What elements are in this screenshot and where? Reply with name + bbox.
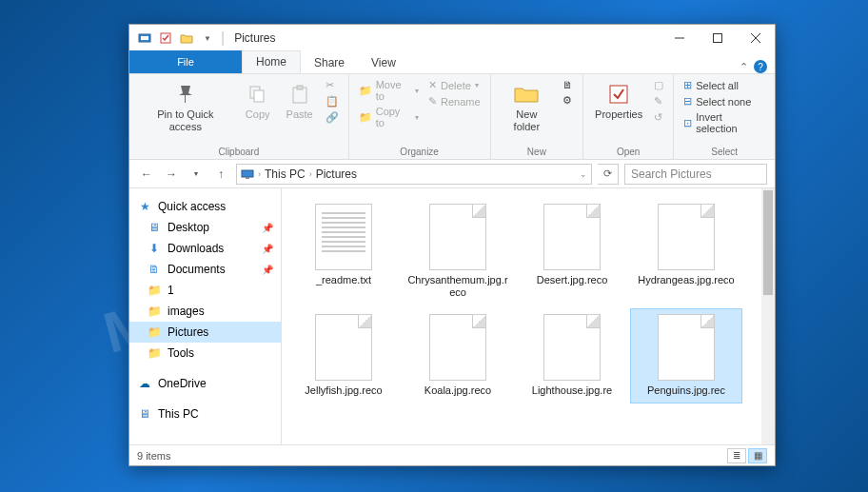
help-icon[interactable]: ?: [754, 60, 767, 73]
recent-button[interactable]: ▾: [187, 165, 206, 184]
select-none-button[interactable]: ⊟Select none: [681, 94, 767, 108]
sidebar: ★ Quick access 🖥 Desktop 📌 ⬇ Downloads 📌…: [129, 188, 282, 444]
search-input[interactable]: Search Pictures: [624, 164, 767, 185]
sidebar-item-tools[interactable]: 📁 Tools: [129, 343, 281, 364]
breadcrumb-folder[interactable]: Pictures: [316, 167, 357, 181]
group-organize: 📁Move to▾ 📁Copy to▾ ✕Delete▾ ✎Rename Org…: [349, 74, 491, 159]
copy-icon: [244, 80, 272, 108]
properties-button[interactable]: Properties: [591, 78, 646, 123]
group-open: Properties ▢ ✎ ↺ Open: [583, 74, 674, 159]
rename-button[interactable]: ✎Rename: [426, 94, 483, 108]
address-bar[interactable]: › This PC › Pictures ⌄: [236, 164, 592, 185]
titlebar: ▼ | Pictures: [129, 25, 775, 51]
file-name: Penguins.jpg.rec: [647, 384, 725, 397]
open-button[interactable]: ▢: [652, 78, 665, 92]
tab-home[interactable]: Home: [242, 50, 301, 73]
folder-icon: 📁: [147, 345, 162, 361]
up-button[interactable]: ↑: [211, 165, 230, 184]
group-label-select: Select: [681, 145, 767, 157]
file-name: Jellyfish.jpg.reco: [305, 384, 382, 397]
sidebar-thispc[interactable]: 🖥 This PC: [129, 403, 281, 424]
file-item[interactable]: Jellyfish.jpg.reco: [287, 308, 400, 403]
cut-button[interactable]: ✂: [324, 78, 341, 92]
copy-path-button[interactable]: 📋: [324, 94, 341, 108]
minimize-button[interactable]: [661, 25, 699, 51]
qat-folder-icon[interactable]: [177, 29, 196, 48]
scrollbar[interactable]: [761, 188, 775, 444]
refresh-button[interactable]: ⟳: [598, 164, 619, 185]
file-item[interactable]: _readme.txt: [287, 198, 400, 305]
text-file-icon: [315, 204, 372, 270]
status-count: 9 items: [137, 450, 170, 462]
file-item[interactable]: Penguins.jpg.rec: [630, 308, 742, 403]
group-label-organize: Organize: [357, 145, 483, 157]
folder-icon: [512, 80, 541, 108]
sidebar-item-documents[interactable]: 🗎 Documents 📌: [129, 259, 281, 280]
invert-icon: ⊡: [683, 117, 692, 129]
move-to-button[interactable]: 📁Move to▾: [357, 78, 421, 103]
sidebar-item-1[interactable]: 📁 1: [129, 280, 281, 301]
file-name: Hydrangeas.jpg.reco: [638, 274, 735, 286]
file-item[interactable]: Lighthouse.jpg.re: [516, 308, 628, 403]
forward-button[interactable]: →: [162, 165, 181, 184]
qat-dropdown[interactable]: ▼: [198, 29, 217, 48]
new-item-button[interactable]: 🗎: [561, 78, 575, 91]
paste-shortcut-button[interactable]: 🔗: [324, 110, 341, 125]
invert-selection-button[interactable]: ⊡Invert selection: [681, 110, 767, 135]
folder-icon: 📁: [147, 325, 162, 340]
view-icons-button[interactable]: ▦: [748, 448, 767, 463]
file-item[interactable]: Desert.jpg.reco: [516, 198, 628, 305]
file-item[interactable]: Koala.jpg.reco: [402, 308, 514, 403]
paste-icon: [286, 80, 314, 108]
easy-access-button[interactable]: ⚙: [561, 93, 575, 108]
onedrive-icon: ☁: [137, 376, 152, 391]
tab-file[interactable]: File: [129, 50, 242, 73]
file-item[interactable]: Hydrangeas.jpg.reco: [630, 198, 742, 305]
sidebar-item-desktop[interactable]: 🖥 Desktop 📌: [129, 217, 281, 238]
files-grid[interactable]: _readme.txtChrysanthemum.jpg.recoDesert.…: [282, 188, 775, 444]
file-item[interactable]: Chrysanthemum.jpg.reco: [402, 198, 514, 305]
tab-share[interactable]: Share: [301, 52, 358, 73]
address-dropdown-icon[interactable]: ⌄: [580, 169, 587, 179]
sidebar-item-downloads[interactable]: ⬇ Downloads 📌: [129, 238, 281, 259]
pin-icon: 📌: [262, 265, 273, 275]
pin-icon: 📌: [262, 244, 273, 254]
copy-button[interactable]: Copy: [240, 78, 276, 123]
close-button[interactable]: [737, 25, 775, 51]
open-icon: ▢: [654, 79, 663, 91]
history-button[interactable]: ↺: [652, 110, 665, 125]
back-button[interactable]: ←: [137, 165, 156, 184]
qat-icon-2[interactable]: [156, 29, 175, 48]
view-details-button[interactable]: ≣: [727, 448, 746, 463]
explorer-window: ▼ | Pictures File Home Share View ⌃ ? Pi…: [128, 24, 776, 466]
svg-rect-1: [141, 36, 148, 40]
maximize-button[interactable]: [699, 25, 737, 51]
new-folder-button[interactable]: New folder: [499, 78, 555, 135]
qat-icon-1[interactable]: [135, 29, 154, 48]
pin-quick-access-button[interactable]: Pin to Quick access: [137, 78, 234, 135]
sidebar-item-pictures[interactable]: 📁 Pictures: [129, 322, 281, 343]
select-all-button[interactable]: ⊞Select all: [681, 78, 767, 92]
sidebar-onedrive[interactable]: ☁ OneDrive: [129, 373, 281, 394]
paste-button[interactable]: Paste: [282, 78, 318, 123]
tab-view[interactable]: View: [358, 52, 409, 73]
file-name: Chrysanthemum.jpg.reco: [405, 274, 510, 299]
scrollbar-thumb[interactable]: [763, 190, 773, 295]
breadcrumb-root[interactable]: This PC: [265, 167, 306, 181]
sidebar-item-images[interactable]: 📁 images: [129, 301, 281, 322]
pc-icon: 🖥: [137, 406, 152, 422]
file-view: _readme.txtChrysanthemum.jpg.recoDesert.…: [282, 188, 775, 444]
blank-file-icon: [543, 314, 601, 381]
sidebar-quick-access[interactable]: ★ Quick access: [129, 196, 281, 217]
desktop-icon: 🖥: [147, 220, 162, 235]
svg-rect-4: [714, 34, 722, 43]
star-icon: ★: [137, 199, 152, 214]
delete-button[interactable]: ✕Delete▾: [426, 78, 483, 92]
copyto-icon: 📁: [359, 111, 372, 124]
ribbon-collapse-icon[interactable]: ⌃: [740, 61, 748, 73]
blank-file-icon: [429, 204, 486, 270]
folder-icon: 📁: [147, 304, 162, 319]
copy-to-button[interactable]: 📁Copy to▾: [357, 105, 421, 129]
address-pc-icon: [241, 167, 254, 181]
edit-button[interactable]: ✎: [652, 94, 665, 108]
